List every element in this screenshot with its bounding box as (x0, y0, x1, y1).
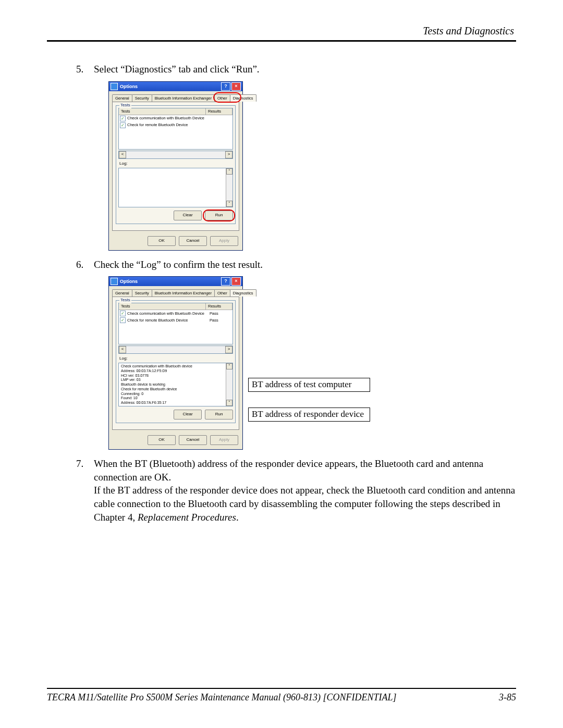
checkbox-icon[interactable]: ✓ (120, 311, 126, 316)
tests-hscrollbar[interactable]: < > (118, 346, 233, 354)
options-dialog-2: Options ? × General Security Bluetooth I… (108, 276, 243, 450)
step-7-italic: Replacement Procedures (138, 512, 236, 523)
log-line: Bluetooth device is working (121, 382, 227, 387)
test-row: ✓ Check for remote Bluetooth Device Pass (119, 317, 232, 324)
step-6: 6. Check the “Log” to confirm the test r… (76, 258, 516, 272)
ok-button[interactable]: OK (148, 435, 176, 445)
scroll-up-icon[interactable]: ˄ (226, 168, 232, 175)
log-line: Connecting: 0 (121, 392, 227, 397)
tests-list-header: Tests Results (119, 303, 232, 310)
window-title: Options (120, 278, 220, 285)
log-line: Check for remote Bluetooth device (121, 387, 227, 392)
checkbox-icon[interactable]: ✓ (120, 116, 126, 121)
apply-button[interactable]: Apply (210, 435, 238, 445)
step-6-text: Check the “Log” to confirm the test resu… (94, 258, 516, 272)
tests-list: Tests Results ✓ Check communication with… (118, 108, 233, 150)
help-button[interactable]: ? (221, 277, 230, 286)
log-line: Check communication with Bluetooth devic… (121, 364, 227, 369)
scroll-down-icon[interactable]: ˅ (226, 201, 232, 207)
step-5-number: 5. (76, 63, 94, 76)
log-line: HCI ver: 03.0778 (121, 374, 227, 378)
tab-security[interactable]: Security (132, 289, 152, 297)
test-label: Check communication with Bluetooth Devic… (127, 311, 210, 316)
scroll-track[interactable] (126, 346, 225, 353)
test-row: ✓ Check for remote Bluetooth Device (119, 122, 232, 129)
scroll-track[interactable] (126, 151, 225, 158)
ok-button[interactable]: OK (148, 236, 176, 246)
log-box: ˄ ˅ (118, 168, 233, 207)
app-icon (111, 83, 118, 90)
test-result: Pass (210, 311, 231, 316)
scroll-left-icon[interactable]: < (119, 151, 126, 158)
step-5: 5. Select “Diagnostics” tab and click “R… (76, 63, 516, 76)
tests-legend: Tests (119, 103, 131, 108)
diagnostics-panel: Tests Tests Results ✓ Check communicatio… (112, 102, 239, 231)
tab-bt-info-exchanger[interactable]: Bluetooth Information Exchanger (152, 289, 215, 297)
scroll-track[interactable] (226, 175, 232, 201)
callout-responder-address: BT address of responder device (248, 408, 370, 421)
scroll-right-icon[interactable]: > (225, 346, 232, 353)
step-7-part-a: When the BT (Bluetooth) address of the r… (94, 458, 483, 483)
tab-bt-info-exchanger[interactable]: Bluetooth Information Exchanger (152, 94, 215, 102)
cancel-button[interactable]: Cancel (179, 435, 207, 445)
log-label: Log: (119, 161, 233, 167)
tests-hscrollbar[interactable]: < > (118, 151, 233, 159)
test-result: Pass (210, 318, 231, 323)
tab-other[interactable]: Other (214, 94, 230, 102)
step-7-tail: . (236, 512, 239, 523)
log-line-test-address: Address: 00:03:7A:12:F5:D9 (121, 369, 227, 374)
diagnostics-panel: Tests Tests Results ✓ Check communicatio… (112, 297, 239, 430)
tests-list: Tests Results ✓ Check communication with… (118, 303, 233, 344)
tab-security[interactable]: Security (132, 94, 152, 102)
scroll-down-icon[interactable]: ˅ (226, 400, 232, 406)
log-vscrollbar[interactable]: ˄ ˅ (226, 168, 232, 207)
run-button[interactable]: Run (205, 410, 233, 419)
log-line-responder-address: Address: 00:03:7A:F6:35:17 (121, 401, 227, 405)
scroll-left-icon[interactable]: < (119, 346, 126, 353)
page-footer: TECRA M11/Satellite Pro S500M Series Mai… (47, 688, 516, 703)
log-line: Found: 10 (121, 396, 227, 401)
scroll-right-icon[interactable]: > (225, 151, 232, 158)
help-button[interactable]: ? (221, 82, 230, 91)
test-label: Check communication with Bluetooth Devic… (127, 116, 210, 121)
run-button[interactable]: Run (205, 211, 233, 220)
step-7-number: 7. (76, 457, 94, 524)
checkbox-icon[interactable]: ✓ (120, 317, 126, 323)
tests-list-header: Tests Results (119, 108, 232, 115)
tab-diagnostics[interactable]: Diagnostics (230, 94, 256, 102)
options-dialog-1: Options ? × General Security Bluetooth I… (108, 81, 243, 251)
tab-diagnostics[interactable]: Diagnostics (230, 289, 256, 297)
scroll-track[interactable] (226, 369, 232, 400)
col-results: Results (206, 303, 232, 310)
step-6-number: 6. (76, 258, 94, 272)
callout-test-address: BT address of test computer (248, 378, 370, 391)
col-results: Results (206, 108, 232, 115)
log-vscrollbar[interactable]: ˄ ˅ (226, 363, 232, 406)
tabstrip: General Security Bluetooth Information E… (109, 91, 242, 102)
footer-manual-title: TECRA M11/Satellite Pro S500M Series Mai… (47, 692, 397, 703)
col-tests: Tests (119, 108, 206, 115)
step-5-text: Select “Diagnostics” tab and click “Run”… (94, 63, 516, 76)
tab-general[interactable]: General (112, 289, 132, 297)
titlebar: Options ? × (109, 82, 242, 91)
tabstrip: General Security Bluetooth Information E… (109, 286, 242, 297)
test-row: ✓ Check communication with Bluetooth Dev… (119, 310, 232, 317)
close-button[interactable]: × (231, 82, 241, 91)
tests-fieldset: Tests Tests Results ✓ Check communicatio… (116, 300, 236, 423)
cancel-button[interactable]: Cancel (179, 236, 207, 246)
tests-fieldset: Tests Tests Results ✓ Check communicatio… (116, 105, 236, 224)
tab-other[interactable]: Other (214, 289, 230, 297)
scroll-up-icon[interactable]: ˄ (226, 363, 232, 369)
checkbox-icon[interactable]: ✓ (120, 122, 126, 128)
window-title: Options (120, 83, 220, 90)
app-icon (111, 278, 118, 285)
test-label: Check for remote Bluetooth Device (127, 122, 210, 128)
tests-legend: Tests (119, 298, 131, 303)
test-label: Check for remote Bluetooth Device (127, 318, 210, 323)
close-button[interactable]: × (231, 277, 241, 286)
apply-button[interactable]: Apply (210, 236, 238, 246)
tab-general[interactable]: General (112, 94, 132, 102)
clear-button[interactable]: Clear (174, 211, 202, 220)
footer-rule (47, 688, 516, 689)
clear-button[interactable]: Clear (174, 410, 202, 419)
